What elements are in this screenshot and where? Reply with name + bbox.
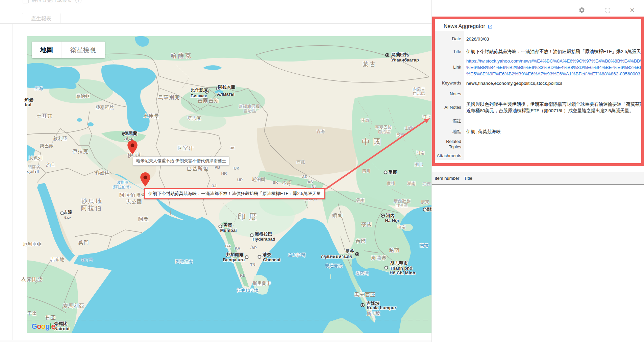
field-value[interactable]: https://tw.stock.yahoo.com/news/%E4%BC%8… xyxy=(464,57,641,78)
marker-tooltip-khamenei[interactable]: 哈米尼夫人傷重不治 伊朗矢言不惜代價捍衛國土 xyxy=(133,156,229,166)
screen: 將位置整理成叢集 ? 產生報表 xyxy=(0,0,644,342)
help-icon[interactable]: ? xyxy=(75,0,81,3)
field-row: Attachments xyxy=(435,151,641,160)
news-detail-card: News Aggregator Date2026/03/03Title伊朗下令封… xyxy=(432,17,644,166)
map-type-satellite-button[interactable]: 衛星檢視 xyxy=(61,42,105,58)
google-logo-letter: e xyxy=(51,322,55,331)
map-svg xyxy=(27,36,431,333)
column-header-title: Title xyxy=(461,176,472,181)
cluster-checkbox[interactable] xyxy=(23,0,29,3)
field-value-line[interactable]: %E6%BB%B4%E6%B2%B9%E9%83%BD%E4%B8%8D%E6%… xyxy=(466,64,641,71)
field-label: Related Topics xyxy=(435,137,464,151)
external-link-icon[interactable] xyxy=(488,24,493,29)
field-label: 地點 xyxy=(435,126,464,137)
fullscreen-icon[interactable] xyxy=(604,6,612,14)
google-logo-letter: g xyxy=(45,322,49,331)
google-logo-letter: G xyxy=(31,322,37,331)
field-label: AI Notes xyxy=(435,99,464,116)
field-value xyxy=(464,137,641,151)
map-marker-pin[interactable] xyxy=(140,172,150,188)
field-label: Link xyxy=(435,57,464,78)
field-rows: Date2026/03/03Title伊朗下令封鎖荷莫茲海峽：一滴油都不放！油價… xyxy=(435,31,641,160)
field-row: Linkhttps://tw.stock.yahoo.com/news/%E4%… xyxy=(435,57,641,78)
map-type-control: 地圖 衛星檢視 xyxy=(32,42,105,58)
field-value-line: 美國與以色列聯手空襲伊朗後，伊朗革命衛隊揚言封鎖全球重要石油運輸要道「荷莫茲海峽… xyxy=(466,101,641,107)
field-row: 備註 xyxy=(435,116,641,126)
field-value xyxy=(464,116,641,126)
panel-title: News Aggregator xyxy=(444,23,485,29)
panel-title-row: News Aggregator xyxy=(444,23,493,29)
field-value: 美國與以色列聯手空襲伊朗後，伊朗革命衛隊揚言封鎖全球重要石油運輸要道「荷莫茲海峽… xyxy=(464,99,641,116)
field-value: 2026/03/03 xyxy=(464,31,641,47)
bottom-strip xyxy=(0,340,431,342)
field-label: Attachments xyxy=(435,151,464,160)
field-value: news,finance,economy,geopolitics,stock,p… xyxy=(464,78,641,89)
cluster-checkbox-label: 將位置整理成叢集 xyxy=(32,0,72,3)
field-label: Title xyxy=(435,47,464,57)
map-type-map-button[interactable]: 地圖 xyxy=(32,42,61,58)
map-canvas[interactable] xyxy=(27,36,431,333)
generate-report-button[interactable]: 產生報表 xyxy=(22,13,60,24)
field-label: 備註 xyxy=(435,116,464,126)
field-label: Date xyxy=(435,31,464,47)
field-row: Date2026/03/03 xyxy=(435,31,641,47)
field-value xyxy=(464,151,641,160)
field-value-line[interactable]: %E5%8E%9F%E6%B2%B9%E6%A7%93%E6%A1%BFetf-… xyxy=(466,71,641,77)
results-table-header: item number Title xyxy=(432,172,644,185)
field-value: 伊朗下令封鎖荷莫茲海峽：一滴油都不放！油價狂飆抬飛「原油槓桿ETF」爆2.5萬張… xyxy=(464,47,641,57)
field-row: Related Topics xyxy=(435,137,641,151)
field-value-line[interactable]: https://tw.stock.yahoo.com/news/%E4%BC%8… xyxy=(466,58,641,64)
field-row: Title伊朗下令封鎖荷莫茲海峽：一滴油都不放！油價狂飆抬飛「原油槓桿ETF」爆… xyxy=(435,47,641,57)
field-row: Keywordsnews,finance,economy,geopolitics… xyxy=(435,78,641,89)
map-marker-pin[interactable] xyxy=(127,140,138,156)
field-row: 地點伊朗, 荷莫茲海峽 xyxy=(435,126,641,137)
field-value xyxy=(464,89,641,99)
field-row: Notes xyxy=(435,89,641,99)
settings-gear-icon[interactable] xyxy=(578,6,586,14)
field-value: 伊朗, 荷莫茲海峽 xyxy=(464,126,641,137)
google-logo-letter: o xyxy=(41,322,45,331)
google-logo-letter: o xyxy=(37,322,41,331)
marker-tooltip-hormuz-highlighted[interactable]: 伊朗下令封鎖荷莫茲海峽：一滴油都不放！油價狂飆抬飛「原油槓桿ETF」爆2.5萬張… xyxy=(144,188,325,199)
field-label: Notes xyxy=(435,89,464,99)
column-header-item-number: item number xyxy=(432,176,461,181)
google-logo[interactable]: Google xyxy=(31,322,55,331)
top-divider xyxy=(0,23,431,24)
field-label: Keywords xyxy=(435,78,464,89)
field-row: AI Notes美國與以色列聯手空襲伊朗後，伊朗革命衛隊揚言封鎖全球重要石油運輸… xyxy=(435,99,641,116)
news-detail-panel: × News Aggregator Date2026/03/03Title伊朗下… xyxy=(431,0,644,342)
left-card-border xyxy=(12,24,13,342)
close-icon[interactable]: × xyxy=(628,6,636,14)
cluster-checkbox-row: 將位置整理成叢集 ? xyxy=(23,0,81,3)
field-value-line: 近每桶80美元，台股原油槓桿型ETF（如00715L）成交量隨之爆出逾2.5萬張… xyxy=(466,107,634,114)
